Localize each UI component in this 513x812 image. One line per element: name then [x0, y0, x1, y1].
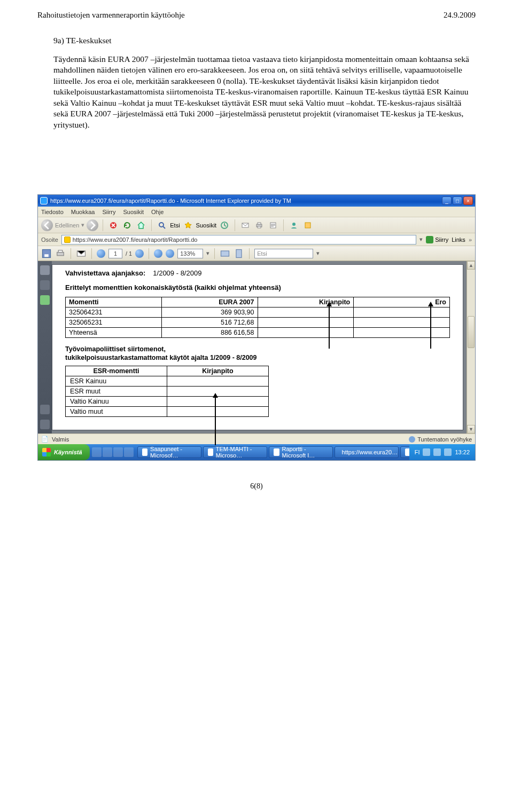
pdf-sidetab-attachments-icon[interactable]	[40, 405, 50, 414]
pdf-save-icon[interactable]	[41, 248, 52, 259]
task-label: TEM-MAHTI - Microso…	[216, 446, 262, 458]
pdf-sidetab-comments-icon[interactable]	[40, 420, 50, 429]
pdf-fit-width-icon[interactable]	[220, 248, 230, 259]
minimize-button[interactable]: _	[442, 196, 452, 205]
svg-rect-11	[44, 254, 49, 257]
cell: 325065231	[66, 318, 162, 328]
forward-button[interactable]	[87, 219, 98, 231]
scroll-up-icon[interactable]: ▲	[467, 261, 475, 270]
clock: 13:22	[455, 449, 470, 455]
pdf-sidetab-bookmarks-icon[interactable]	[40, 280, 50, 290]
pdf-next-page-icon[interactable]	[135, 249, 144, 258]
table-heading: Erittelyt momenttien kokonaiskäytöstä (k…	[65, 283, 450, 291]
scrollbar[interactable]: ▲ ▼	[467, 261, 475, 433]
svg-rect-16	[236, 249, 242, 257]
pdf-mail-icon[interactable]	[76, 248, 87, 259]
maximize-button[interactable]: □	[453, 196, 462, 205]
svg-rect-15	[221, 251, 229, 256]
start-button[interactable]: Käynnistä	[38, 444, 90, 460]
esr-col-momentti: ESR-momentti	[66, 366, 167, 376]
section-heading: 9a) TE-keskukset	[53, 36, 476, 45]
links-label[interactable]: Links	[452, 236, 465, 243]
pdf-page-input[interactable]: 1	[108, 249, 122, 258]
tray-icon[interactable]	[433, 448, 441, 456]
task-button[interactable]: https://www.eura20…	[335, 446, 399, 458]
cell: Yhteensä	[66, 328, 162, 338]
ql-icon[interactable]	[113, 447, 123, 457]
task-label: Raportti - Microsoft I…	[282, 446, 328, 458]
scroll-thumb[interactable]	[468, 316, 475, 348]
lang-indicator[interactable]: FI	[415, 449, 420, 455]
task-button[interactable]: TEM-MAHTI - Microso…	[203, 446, 267, 458]
svg-point-8	[292, 223, 296, 226]
refresh-icon[interactable]	[121, 219, 133, 231]
esr-table: ESR-momentti Kirjanpito ESR Kainuu ESR m…	[65, 366, 269, 417]
ql-icon[interactable]	[124, 447, 134, 457]
svg-rect-6	[258, 226, 261, 228]
menu-edit[interactable]: Muokkaa	[71, 209, 95, 215]
search-icon[interactable]	[156, 219, 168, 231]
address-label: Osoite	[41, 236, 58, 243]
print-icon[interactable]	[253, 219, 265, 231]
tray-icon[interactable]	[444, 448, 452, 456]
mail-icon[interactable]	[239, 219, 251, 231]
address-input[interactable]: https://www.eura2007.fi/eura/raportit/Ra…	[61, 235, 416, 245]
cell	[258, 328, 354, 338]
ql-icon[interactable]	[103, 447, 112, 457]
ie-titlebar: https://www.eura2007.fi/eura/raportit/Ra…	[38, 195, 475, 207]
status-doc-icon: 📄	[41, 436, 49, 443]
system-tray: FI 13:22	[409, 444, 475, 460]
pdf-sidetab-pages-icon[interactable]	[40, 265, 50, 275]
task-icon	[142, 448, 147, 456]
back-button[interactable]	[41, 219, 53, 231]
menu-go[interactable]: Siirry	[102, 209, 115, 215]
research-icon[interactable]	[302, 219, 314, 231]
menu-file[interactable]: Tiedosto	[41, 209, 64, 215]
ie-toolbar: Edellinen ▾ Etsi Suosikit	[38, 217, 475, 233]
esr-col-kirjanpito: Kirjanpito	[167, 366, 269, 376]
svg-rect-13	[58, 250, 63, 252]
ql-icon[interactable]	[92, 447, 102, 457]
table-row: Yhteensä 886 616,58	[66, 328, 450, 338]
pdf-print-icon[interactable]	[55, 248, 66, 259]
window-title: https://www.eura2007.fi/eura/raportit/Ra…	[50, 198, 442, 204]
stop-icon[interactable]	[107, 219, 119, 231]
history-icon[interactable]	[219, 219, 230, 231]
taskbar-tasks: Saapuneet - Microsof… TEM-MAHTI - Micros…	[136, 446, 409, 458]
scroll-down-icon[interactable]: ▼	[467, 425, 475, 433]
col-eura: EURA 2007	[161, 297, 258, 308]
quick-launch	[90, 447, 136, 457]
pdf-page-total: / 1	[126, 250, 132, 257]
security-zone: Tuntematon vyöhyke	[409, 436, 472, 443]
task-button[interactable]: S36SEURA 2007 -irje…	[400, 446, 409, 458]
pdf-sidetab-signatures-icon[interactable]	[40, 295, 50, 305]
table-row: Valtio Kainuu	[66, 397, 269, 407]
pdf-zoom-input[interactable]: 133%	[177, 249, 203, 258]
taskbar: Käynnistä Saapuneet - Microsof… TEM-MAHT…	[38, 444, 475, 460]
momentti-table: Momentti EURA 2007 Kirjanpito Ero 325064…	[65, 297, 450, 338]
messenger-icon[interactable]	[288, 219, 300, 231]
globe-icon	[409, 436, 415, 443]
task-icon	[405, 448, 409, 456]
task-button[interactable]: Saapuneet - Microsof…	[137, 446, 201, 458]
pdf-search-input[interactable]: Etsi	[254, 249, 313, 258]
tray-icon[interactable]	[423, 448, 430, 456]
cell	[258, 318, 354, 328]
pdf-fit-page-icon[interactable]	[234, 248, 244, 259]
menu-help[interactable]: Ohje	[151, 209, 164, 215]
task-button[interactable]: Raportti - Microsoft I…	[269, 446, 333, 458]
close-button[interactable]: ×	[463, 196, 473, 205]
favorites-icon[interactable]	[182, 219, 194, 231]
cell	[258, 308, 354, 318]
cell: 325064231	[66, 308, 162, 318]
menu-favorites[interactable]: Suosikit	[123, 209, 144, 215]
cell	[354, 318, 450, 328]
table-row: Valtio muut	[66, 407, 269, 417]
edit-icon[interactable]	[267, 219, 279, 231]
pdf-zoom-out-icon[interactable]	[154, 249, 162, 258]
go-button[interactable]: Siirry	[426, 236, 448, 243]
pdf-zoom-in-icon[interactable]	[166, 249, 174, 258]
period-label: Vahvistettava ajanjakso:	[65, 269, 145, 277]
pdf-prev-page-icon[interactable]	[97, 249, 105, 258]
home-icon[interactable]	[135, 219, 147, 231]
